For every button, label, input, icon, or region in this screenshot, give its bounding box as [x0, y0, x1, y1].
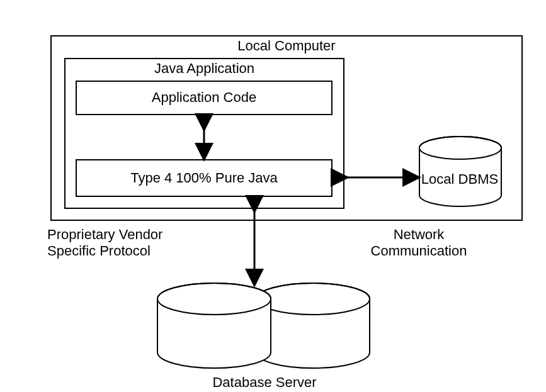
- diagram-canvas: Local Computer Java Application Applicat…: [13, 13, 546, 392]
- database-server-cylinders: [157, 283, 370, 368]
- proprietary-protocol-label: Proprietary VendorSpecific Protocol: [47, 227, 198, 260]
- network-communication-label: NetworkCommunication: [346, 227, 491, 260]
- database-server-label: Database Server: [192, 374, 337, 391]
- local-dbms-label: Local DBMS: [412, 171, 507, 188]
- diagram-svg: [13, 13, 546, 392]
